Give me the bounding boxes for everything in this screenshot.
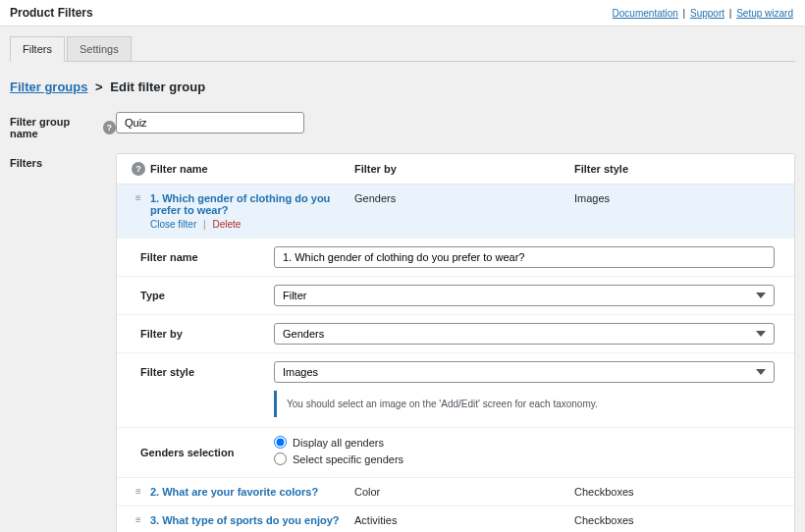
filter-title[interactable]: 1. Which gender of clothing do you prefe… [150,192,330,216]
wizard-link[interactable]: Setup wizard [736,8,793,19]
delete-filter-link[interactable]: Delete [212,219,241,230]
radio-all[interactable]: Display all genders [274,436,775,449]
drag-handle-icon[interactable]: ≡ [135,192,141,203]
support-link[interactable]: Support [690,8,724,19]
radio-specific[interactable]: Select specific genders [274,452,775,465]
page-title: Product Filters [10,6,93,20]
doc-link[interactable]: Documentation [613,8,678,19]
breadcrumb-groups[interactable]: Filter groups [10,80,87,94]
drag-handle-icon[interactable]: ≡ [135,486,141,497]
filter-row[interactable]: ≡ 1. Which gender of clothing do you pre… [117,185,794,239]
filter-row[interactable]: ≡ 3. What type of sports do you enjoy? A… [117,506,794,532]
detail-style-select[interactable]: Images [274,361,775,383]
filter-title[interactable]: 2. What are your favorite colors? [150,486,318,498]
help-icon[interactable]: ? [103,121,116,134]
detail-type-select[interactable]: Filter [274,285,775,306]
breadcrumb: Filter groups > Edit filter group [10,80,795,94]
top-links: Documentation | Support | Setup wizard [611,8,795,19]
info-note: You should select an image on the 'Add/E… [274,391,784,417]
tab-settings[interactable]: Settings [67,36,132,61]
filter-detail: Filter name Type Filter Filter by Gender… [117,239,794,478]
field-label-filters: Filters [10,157,42,169]
th-name: Filter name [150,163,354,175]
filter-row[interactable]: ≡ 2. What are your favorite colors? Colo… [117,478,794,506]
filter-title[interactable]: 3. What type of sports do you enjoy? [150,514,340,526]
tab-filters[interactable]: Filters [10,36,65,62]
detail-name-input[interactable] [274,246,775,268]
filters-panel: ? Filter name Filter by Filter style ≡ 1… [116,153,795,532]
breadcrumb-current: Edit filter group [110,80,205,94]
tabs: Filters Settings [10,36,795,62]
drag-handle-icon[interactable]: ≡ [135,514,141,525]
close-filter-link[interactable]: Close filter [150,219,196,230]
help-icon[interactable]: ? [132,162,145,176]
th-style: Filter style [574,163,784,175]
group-name-input[interactable] [116,112,304,133]
field-label-name: Filter group name [10,116,97,139]
th-by: Filter by [354,163,574,175]
detail-by-select[interactable]: Genders [274,323,775,345]
